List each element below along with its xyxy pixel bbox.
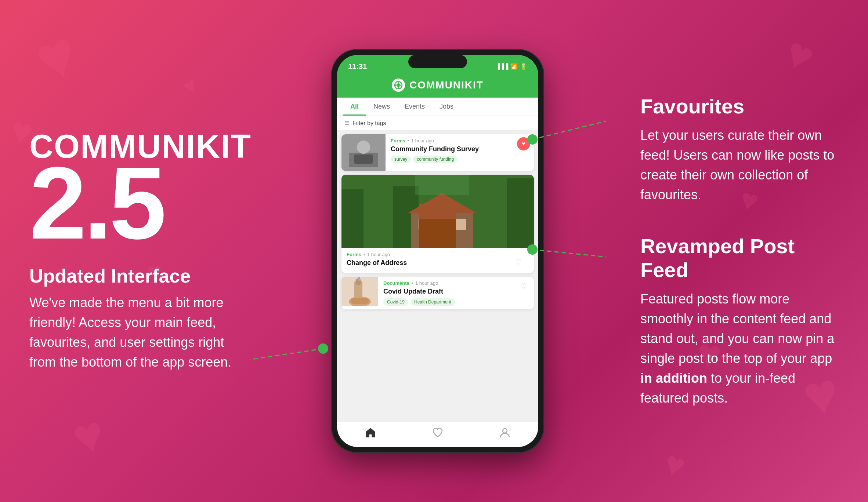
post-image-survey: [341, 134, 386, 171]
favourites-title: Favourites: [640, 94, 839, 118]
status-time: 11:31: [348, 62, 367, 71]
post-category-3: Documents: [383, 280, 409, 286]
post-card-content-1: Forms • 1 hour ago Community Funding Sur…: [386, 134, 517, 171]
post-fav-btn-3[interactable]: ♡: [517, 280, 530, 293]
post-category-1: Forms: [391, 138, 405, 143]
tab-jobs[interactable]: Jobs: [432, 98, 461, 116]
post-tag-community-funding: community funding: [413, 156, 457, 163]
post-card-row-1: Forms • 1 hour ago Community Funding Sur…: [341, 134, 534, 171]
svg-point-8: [398, 82, 399, 83]
phone-notch: [408, 55, 467, 68]
svg-point-7: [397, 83, 400, 87]
post-time-3: 1 hour ago: [415, 280, 438, 286]
revamped-feed-text-start: Featured posts flow more smoothly in the…: [640, 291, 834, 366]
updated-interface-text: We've made the menu a bit more friendly!…: [29, 293, 235, 372]
tab-news[interactable]: News: [366, 98, 397, 116]
post-title-1: Community Funding Survey: [391, 145, 512, 153]
revamped-feed-title: Revamped Post Feed: [640, 234, 839, 282]
app-name: COMMUNIKIT: [409, 79, 484, 91]
post-title-2: Change of Address: [347, 259, 512, 267]
svg-rect-31: [358, 277, 360, 281]
revamped-feed-feature: Revamped Post Feed Featured posts flow m…: [640, 234, 839, 408]
svg-point-14: [357, 141, 370, 154]
nav-home[interactable]: [365, 427, 376, 439]
status-icons: ▐▐▐ 📶 🔋: [496, 63, 527, 70]
svg-rect-33: [351, 298, 369, 304]
post-title-3: Covid Update Draft: [383, 287, 512, 296]
filter-bar[interactable]: ☰ Filter by tags: [337, 116, 538, 131]
nav-favourites[interactable]: [432, 427, 444, 439]
left-section: COMMUNIKIT 2.5 Updated Interface We've m…: [0, 0, 257, 502]
filter-label: Filter by tags: [352, 120, 386, 127]
wifi-icon: 📶: [510, 63, 518, 70]
svg-rect-27: [415, 175, 469, 195]
tab-bar: All News Events Jobs: [337, 98, 538, 116]
post-card-content-2: Forms • 1 hour ago Change of Address ♡: [341, 248, 534, 273]
svg-rect-21: [507, 178, 534, 248]
page-layout: COMMUNIKIT 2.5 Updated Interface We've m…: [0, 0, 868, 502]
post-tags-1: survey community funding: [391, 156, 512, 163]
svg-rect-15: [354, 154, 373, 164]
post-time-1: 1 hour ago: [411, 138, 434, 143]
revamped-feed-text-bold: in addition: [640, 371, 707, 386]
phone-frame: 11:31 ▐▐▐ 📶 🔋: [331, 49, 544, 453]
nav-profile[interactable]: [499, 427, 511, 439]
post-meta-3: Documents • 1 hour ago: [383, 280, 512, 286]
post-time-2: 1 hour ago: [367, 252, 390, 257]
post-card-2: Forms • 1 hour ago Change of Address ♡: [341, 175, 534, 273]
signal-icon: ▐▐▐: [496, 63, 508, 70]
post-card-row-3: Documents • 1 hour ago Covid Update Draf…: [341, 277, 534, 309]
updated-interface-title: Updated Interface: [29, 265, 235, 287]
svg-point-34: [503, 429, 507, 433]
phone-screen: 11:31 ▐▐▐ 📶 🔋: [337, 55, 538, 447]
right-section: Favourites Let your users curate their o…: [618, 0, 868, 502]
revamped-feed-text: Featured posts flow more smoothly in the…: [640, 289, 839, 408]
svg-point-10: [398, 87, 399, 88]
svg-rect-18: [364, 182, 397, 248]
updated-interface-section: Updated Interface We've made the menu a …: [29, 265, 235, 372]
post-tag-health: Health Department: [411, 298, 455, 306]
post-fav-btn-2[interactable]: ♡: [512, 255, 525, 269]
svg-point-11: [395, 84, 397, 86]
favourites-text: Let your users curate their own feed! Us…: [640, 126, 839, 205]
post-image-hands: [341, 277, 378, 306]
tab-events[interactable]: Events: [397, 98, 432, 116]
favourites-feature: Favourites Let your users curate their o…: [640, 94, 839, 205]
svg-point-9: [400, 84, 402, 86]
post-image-house: [341, 175, 534, 248]
svg-rect-24: [419, 219, 430, 230]
post-tag-survey: survey: [391, 156, 411, 163]
svg-rect-26: [437, 228, 447, 248]
svg-rect-25: [455, 219, 466, 230]
post-meta-1: Forms • 1 hour ago: [391, 138, 512, 143]
app-header: COMMUNIKIT: [337, 76, 538, 98]
phone-wrapper: 11:31 ▐▐▐ 📶 🔋: [331, 49, 544, 453]
app-logo: [392, 79, 405, 92]
filter-icon: ☰: [344, 120, 350, 127]
battery-icon: 🔋: [520, 63, 527, 70]
post-fav-btn-1[interactable]: ♥: [517, 137, 530, 150]
version-number: 2.5: [29, 159, 235, 247]
post-card-content-3: Documents • 1 hour ago Covid Update Draf…: [378, 277, 517, 309]
post-category-2: Forms: [347, 252, 361, 257]
tab-all[interactable]: All: [343, 98, 366, 116]
post-tags-3: Covid-19 Health Department: [383, 298, 512, 306]
post-feed: Forms • 1 hour ago Community Funding Sur…: [337, 131, 538, 423]
post-card-1: Forms • 1 hour ago Community Funding Sur…: [341, 134, 534, 171]
post-meta-2: Forms • 1 hour ago: [347, 252, 512, 257]
post-tag-covid: Covid-19: [383, 298, 408, 306]
post-card-3: Documents • 1 hour ago Covid Update Draf…: [341, 277, 534, 309]
center-section: 11:31 ▐▐▐ 📶 🔋: [257, 0, 618, 502]
bottom-nav: [337, 421, 538, 447]
